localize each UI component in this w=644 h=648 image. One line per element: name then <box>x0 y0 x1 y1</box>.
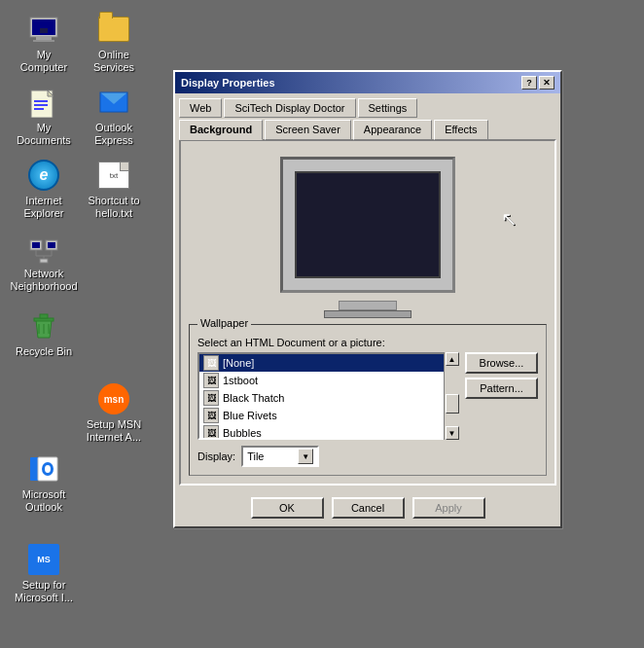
wallpaper-item-icon-bubbles: 🖼 <box>203 425 219 438</box>
display-value: Tile <box>247 450 264 462</box>
setup-ms-icon: MS <box>28 544 59 575</box>
display-properties-dialog: Display Properties ? ✕ Web SciTech Displ… <box>173 70 562 528</box>
dialog-title: Display Properties <box>181 77 275 89</box>
network-neighborhood-icon <box>28 233 59 264</box>
monitor-screen <box>295 171 441 278</box>
tab-web[interactable]: Web <box>179 98 222 118</box>
svg-rect-13 <box>32 242 40 248</box>
pattern-button[interactable]: Pattern... <box>465 378 538 399</box>
dialog-titlebar: Display Properties ? ✕ <box>175 72 560 93</box>
outlook-express-icon <box>98 87 129 118</box>
list-item-bubbles-label: Bubbles <box>223 427 262 438</box>
shortcut-hello-label: Shortcut to hello.txt <box>84 195 144 220</box>
display-select[interactable]: Tile ▼ <box>241 446 319 467</box>
msn-icon: msn <box>98 383 129 414</box>
apply-button[interactable]: Apply <box>412 497 485 519</box>
shortcut-hello-icon: txt <box>98 160 129 191</box>
desktop-icon-my-computer[interactable]: My Computer <box>10 10 78 78</box>
svg-rect-15 <box>48 242 55 248</box>
browse-button[interactable]: Browse... <box>465 352 538 374</box>
scrollbar-thumb[interactable] <box>446 394 459 414</box>
list-item-black-thatch-label: Black Thatch <box>223 392 284 404</box>
svg-rect-4 <box>40 28 48 33</box>
svg-rect-2 <box>36 37 52 40</box>
internet-explorer-label: Internet Explorer <box>14 195 74 220</box>
desktop-icon-internet-explorer[interactable]: e Internet Explorer <box>10 156 78 224</box>
my-documents-icon <box>28 87 59 118</box>
help-button[interactable]: ? <box>521 76 537 90</box>
list-item-blue-rivets[interactable]: 🖼 Blue Rivets <box>199 407 457 424</box>
wallpaper-item-icon-none: 🖼 <box>203 355 219 371</box>
svg-rect-22 <box>40 314 48 318</box>
msn-label: Setup MSN Internet A... <box>84 418 144 444</box>
display-select-arrow: ▼ <box>298 449 313 464</box>
list-item-none-label: [None] <box>223 357 254 369</box>
my-documents-label: My Documents <box>14 122 74 147</box>
microsoft-outlook-icon <box>28 453 59 485</box>
desktop-icon-network-neighborhood[interactable]: Network Neighborhood <box>10 229 78 297</box>
tab-screen-saver[interactable]: Screen Saver <box>265 120 351 140</box>
wallpaper-item-icon-blue-rivets: 🖼 <box>203 408 219 423</box>
list-item-1stboot[interactable]: 🖼 1stboot <box>199 372 457 389</box>
internet-explorer-icon: e <box>28 160 59 191</box>
recycle-bin-icon <box>28 310 59 342</box>
svg-rect-7 <box>34 104 48 106</box>
desktop-icon-my-documents[interactable]: My Documents <box>10 83 78 151</box>
monitor-preview <box>280 157 455 293</box>
ok-button[interactable]: OK <box>251 497 324 519</box>
wallpaper-desc: Select an HTML Document or a picture: <box>197 337 538 348</box>
network-neighborhood-label: Network Neighborhood <box>10 268 77 293</box>
desktop-icon-microsoft-outlook[interactable]: Microsoft Outlook <box>10 450 78 518</box>
desktop-icon-msn[interactable]: msn Setup MSN Internet A... <box>80 379 148 448</box>
scrollbar-down-arrow[interactable]: ▼ <box>446 426 459 440</box>
tab-scitech[interactable]: SciTech Display Doctor <box>224 98 355 118</box>
close-button[interactable]: ✕ <box>539 76 555 90</box>
monitor-base <box>324 310 411 318</box>
list-item-blue-rivets-label: Blue Rivets <box>223 410 277 421</box>
svg-rect-8 <box>34 108 44 110</box>
outlook-express-label: Outlook Express <box>84 122 144 147</box>
monitor-stand <box>339 301 397 310</box>
display-label: Display: <box>197 450 235 462</box>
wallpaper-item-icon-1stboot: 🖼 <box>203 373 219 388</box>
desktop-icon-online-services[interactable]: Online Services <box>80 10 148 78</box>
list-item-bubbles[interactable]: 🖼 Bubbles <box>199 424 457 438</box>
recycle-bin-label: Recycle Bin <box>16 345 72 358</box>
my-computer-icon <box>28 14 59 45</box>
setup-ms-label: Setup for Microsoft I... <box>14 579 74 604</box>
desktop-icon-setup-ms[interactable]: MS Setup for Microsoft I... <box>10 540 78 608</box>
cancel-button[interactable]: Cancel <box>332 497 405 519</box>
desktop-icon-shortcut-hello[interactable]: txt Shortcut to hello.txt <box>80 156 148 224</box>
online-services-icon <box>98 14 129 45</box>
wallpaper-list[interactable]: 🖼 [None] 🖼 1stboot 🖼 Black Thatch <box>197 352 459 440</box>
list-item-1stboot-label: 1stboot <box>223 375 258 386</box>
svg-rect-3 <box>33 40 54 42</box>
scrollbar-up-arrow[interactable]: ▲ <box>446 352 459 366</box>
tab-settings[interactable]: Settings <box>358 98 418 118</box>
online-services-label: Online Services <box>84 49 144 74</box>
microsoft-outlook-label: Microsoft Outlook <box>14 488 74 514</box>
svg-point-26 <box>45 465 51 473</box>
my-computer-label: My Computer <box>14 49 74 74</box>
desktop-icon-outlook-express[interactable]: Outlook Express <box>80 83 148 151</box>
svg-rect-20 <box>40 259 48 263</box>
list-item-none[interactable]: 🖼 [None] <box>199 354 457 372</box>
tab-effects[interactable]: Effects <box>434 120 487 140</box>
tab-appearance[interactable]: Appearance <box>353 120 432 140</box>
list-item-black-thatch[interactable]: 🖼 Black Thatch <box>199 389 457 407</box>
svg-rect-6 <box>34 100 48 102</box>
tab-background[interactable]: Background <box>179 120 263 140</box>
desktop-icon-recycle-bin[interactable]: Recycle Bin <box>10 306 78 362</box>
wallpaper-group-label: Wallpaper <box>197 317 251 329</box>
wallpaper-item-icon-black-thatch: 🖼 <box>203 390 219 406</box>
